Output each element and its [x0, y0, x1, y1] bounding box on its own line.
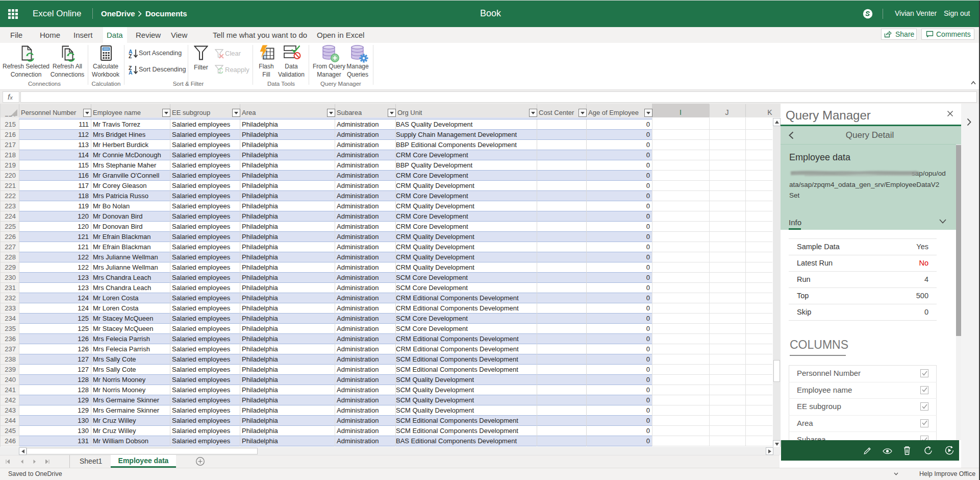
svg-text:Z: Z	[129, 53, 132, 58]
svg-text:A: A	[129, 69, 133, 75]
